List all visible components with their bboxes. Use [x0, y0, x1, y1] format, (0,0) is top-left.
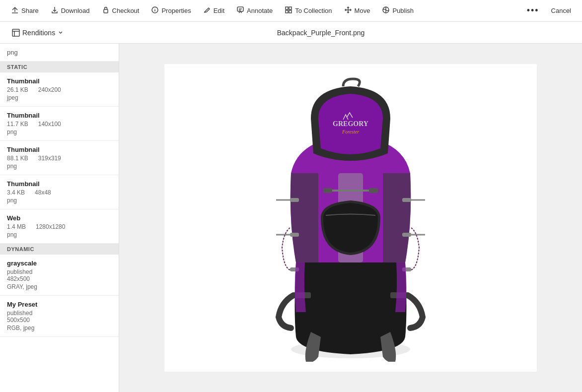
share-label: Share: [21, 7, 39, 14]
rendition-dimensions: 1280x1280: [36, 223, 65, 230]
properties-label: Properties: [161, 7, 191, 14]
rendition-size: 3.4 KB: [7, 189, 25, 196]
rendition-dimensions: 482x500: [7, 275, 30, 282]
download-button[interactable]: Download: [46, 3, 95, 18]
rendition-format: png: [7, 163, 112, 170]
image-area: GREGORY Forester: [119, 44, 582, 392]
rendition-dimensions: 500x500: [7, 317, 30, 324]
renditions-button[interactable]: Renditions: [8, 26, 68, 39]
share-button[interactable]: Share: [6, 3, 44, 18]
more-button[interactable]: •••: [522, 2, 544, 19]
section-header-dynamic: DYNAMIC: [0, 244, 119, 255]
properties-button[interactable]: Properties: [146, 3, 196, 18]
rendition-dimensions: 319x319: [38, 155, 61, 162]
cancel-button[interactable]: Cancel: [546, 4, 576, 17]
rendition-size: 88.1 KB: [7, 155, 28, 162]
checkout-icon: [102, 6, 110, 15]
rendition-format: jpeg: [7, 94, 112, 101]
toolbar: Share Download Checkout: [0, 0, 582, 22]
backpack-image: GREGORY Forester: [246, 74, 455, 362]
chevron-down-icon: [58, 30, 64, 36]
move-button[interactable]: Move: [339, 3, 375, 18]
collection-label: To Collection: [295, 7, 332, 14]
svg-rect-9: [286, 7, 288, 9]
svg-rect-32: [323, 188, 332, 193]
rendition-meta: 88.1 KB 319x319: [7, 155, 112, 162]
left-panel: png STATIC Thumbnail 26.1 KB 240x200 jpe…: [0, 44, 119, 392]
rendition-meta: 1.4 MB 1280x1280: [7, 223, 112, 230]
download-icon: [51, 6, 59, 15]
svg-rect-25: [290, 233, 299, 237]
checkout-button[interactable]: Checkout: [97, 3, 145, 18]
rendition-name: My Preset: [7, 301, 112, 308]
svg-rect-33: [369, 188, 378, 193]
rendition-format: png: [7, 231, 112, 238]
rendition-name: Web: [7, 214, 112, 222]
share-icon: [11, 6, 19, 15]
rendition-item[interactable]: Thumbnail 26.1 KB 240x200 jpeg: [0, 72, 119, 107]
publish-icon: [382, 6, 390, 15]
rendition-name: Thumbnail: [7, 112, 112, 119]
move-label: Move: [355, 7, 370, 14]
svg-point-5: [155, 8, 155, 8]
rendition-name: Thumbnail: [7, 180, 112, 188]
edit-label: Edit: [214, 7, 224, 14]
rendition-meta: 500x500: [7, 317, 112, 324]
rendition-item[interactable]: Web 1.4 MB 1280x1280 png: [0, 209, 119, 244]
rendition-item[interactable]: My Preset published 500x500 RGB, jpeg: [0, 296, 119, 337]
rendition-status: published: [7, 268, 112, 275]
rendition-format: RGB, jpeg: [7, 325, 112, 331]
rendition-format: png: [7, 197, 112, 204]
edit-button[interactable]: Edit: [198, 3, 229, 18]
main-layout: png STATIC Thumbnail 26.1 KB 240x200 jpe…: [0, 44, 582, 392]
rendition-format: GRAY, jpeg: [7, 283, 112, 290]
svg-rect-11: [286, 10, 288, 13]
publish-label: Publish: [392, 7, 414, 14]
rendition-meta: 3.4 KB 48x48: [7, 189, 112, 196]
edit-icon: [203, 6, 211, 15]
rendition-size: 11.7 KB: [7, 121, 28, 128]
svg-text:GREGORY: GREGORY: [333, 120, 368, 128]
move-icon: [344, 6, 352, 15]
rendition-size: 26.1 KB: [7, 86, 28, 93]
svg-rect-17: [12, 29, 19, 36]
svg-text:Forester: Forester: [342, 129, 359, 134]
svg-rect-24: [290, 198, 299, 202]
section-header-static: STATIC: [0, 62, 119, 72]
rendition-item[interactable]: Thumbnail 3.4 KB 48x48 png: [0, 175, 119, 209]
subheader: Renditions Backpack_Purple_Front.png: [0, 22, 582, 44]
annotate-label: Annotate: [247, 7, 273, 14]
rendition-meta: 26.1 KB 240x200: [7, 86, 112, 93]
image-container: GREGORY Forester: [164, 64, 537, 372]
rendition-item[interactable]: Thumbnail 88.1 KB 319x319 png: [0, 141, 119, 175]
download-label: Download: [61, 7, 90, 14]
rendition-format: png: [7, 129, 112, 135]
file-title: Backpack_Purple_Front.png: [68, 29, 574, 37]
rendition-dimensions: 240x200: [38, 86, 61, 93]
annotate-icon: [236, 6, 244, 15]
rendition-name: grayscale: [7, 260, 112, 267]
annotate-button[interactable]: Annotate: [231, 3, 278, 18]
rendition-item[interactable]: grayscale published 482x500 GRAY, jpeg: [0, 255, 119, 296]
collection-button[interactable]: To Collection: [280, 3, 337, 18]
rendition-meta: 11.7 KB 140x100: [7, 121, 112, 128]
top-format: png: [0, 44, 119, 62]
svg-rect-28: [402, 233, 411, 237]
svg-rect-12: [289, 10, 291, 13]
rendition-dimensions: 48x48: [35, 189, 51, 196]
publish-button[interactable]: Publish: [377, 3, 419, 18]
renditions-icon: [12, 29, 20, 37]
collection-icon: [285, 6, 292, 15]
properties-icon: [151, 6, 159, 15]
rendition-name: Thumbnail: [7, 77, 112, 85]
rendition-item[interactable]: Thumbnail 11.7 KB 140x100 png: [0, 107, 119, 141]
svg-rect-10: [289, 7, 291, 9]
rendition-status: published: [7, 310, 112, 317]
rendition-dimensions: 140x100: [38, 121, 61, 128]
rendition-name: Thumbnail: [7, 146, 112, 153]
svg-rect-2: [104, 9, 108, 13]
rendition-meta: 482x500: [7, 275, 112, 282]
renditions-label: Renditions: [22, 29, 55, 37]
svg-rect-27: [402, 198, 411, 202]
checkout-label: Checkout: [112, 7, 140, 14]
